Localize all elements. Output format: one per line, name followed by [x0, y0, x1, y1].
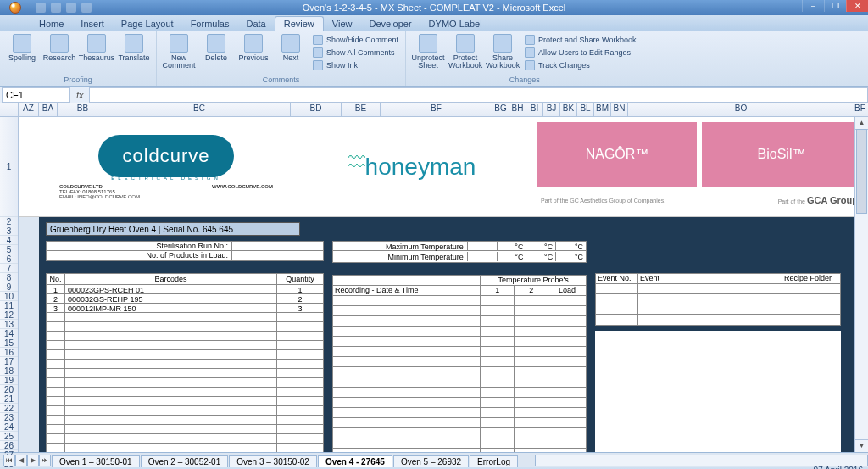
row-16[interactable]: 16: [0, 348, 18, 357]
nav-first[interactable]: ⏮: [3, 455, 15, 466]
row-19[interactable]: 19: [0, 376, 18, 385]
sheet-area[interactable]: coldcurve ELECTRICAL DESIGN COLDCURVE LT…: [19, 117, 868, 452]
row-3[interactable]: 3: [0, 226, 18, 236]
btn-protect-share[interactable]: Protect and Share Workbook: [523, 34, 637, 46]
btn-research[interactable]: Research: [42, 32, 76, 62]
tab-formulas[interactable]: Formulas: [182, 17, 238, 31]
select-all-corner[interactable]: [0, 103, 19, 116]
btn-share-workbook[interactable]: Share Workbook: [486, 32, 520, 70]
col-bh[interactable]: BH: [509, 103, 526, 116]
row-24[interactable]: 24: [0, 422, 18, 432]
row-18[interactable]: 18: [0, 366, 18, 376]
qat-undo[interactable]: [51, 3, 61, 13]
col-bg[interactable]: BG: [492, 103, 509, 116]
row-6[interactable]: 6: [0, 254, 18, 264]
col-az[interactable]: AZ: [19, 103, 39, 116]
row-21[interactable]: 21: [0, 394, 18, 404]
tab-dymo[interactable]: DYMO Label: [420, 17, 491, 31]
btn-next-comment[interactable]: Next: [274, 32, 308, 62]
tab-view[interactable]: View: [324, 17, 361, 31]
tab-data[interactable]: Data: [237, 17, 274, 31]
row-20[interactable]: 20: [0, 385, 18, 394]
row-15[interactable]: 15: [0, 338, 18, 348]
row-7[interactable]: 7: [0, 264, 18, 273]
btn-unprotect-sheet[interactable]: Unprotect Sheet: [411, 32, 445, 70]
tab-developer[interactable]: Developer: [360, 17, 420, 31]
maximize-button[interactable]: ❐: [824, 0, 846, 12]
col-bm[interactable]: BM: [594, 103, 611, 116]
group-changes: Unprotect Sheet Protect Workbook Share W…: [406, 31, 643, 86]
col-bj[interactable]: BJ: [543, 103, 560, 116]
tab-home[interactable]: Home: [31, 17, 72, 31]
row-13[interactable]: 13: [0, 320, 18, 329]
col-bl[interactable]: BL: [577, 103, 594, 116]
sheet-tab[interactable]: Oven 5 – 26932: [393, 455, 469, 467]
formula-input[interactable]: [89, 87, 868, 103]
row-22[interactable]: 22: [0, 404, 18, 413]
col-bc[interactable]: BC: [108, 103, 291, 116]
sheet-tab-active[interactable]: Oven 4 - 27645: [318, 455, 392, 467]
col-bd[interactable]: BD: [291, 103, 342, 116]
btn-prev-comment[interactable]: Previous: [236, 32, 270, 62]
row-11[interactable]: 11: [0, 301, 18, 310]
sheet-tab[interactable]: ErrorLog: [470, 455, 518, 467]
fx-label[interactable]: fx: [71, 90, 89, 100]
row-9[interactable]: 9: [0, 282, 18, 292]
btn-translate[interactable]: Translate: [117, 32, 151, 62]
nav-next[interactable]: ▶: [27, 455, 39, 466]
col-bn[interactable]: BN: [611, 103, 628, 116]
btn-new-comment[interactable]: New Comment: [162, 32, 196, 70]
qat-redo[interactable]: [66, 3, 76, 13]
sheet-tab[interactable]: Oven 3 – 30150-02: [229, 455, 317, 467]
row-23[interactable]: 23: [0, 413, 18, 422]
row-4[interactable]: 4: [0, 236, 18, 245]
close-button[interactable]: ✕: [846, 0, 868, 12]
btn-show-hide-comment[interactable]: Show/Hide Comment: [311, 34, 400, 46]
btn-allow-edit-ranges[interactable]: Allow Users to Edit Ranges: [523, 47, 637, 59]
row-1[interactable]: 1: [0, 117, 18, 217]
qat-save[interactable]: [36, 3, 46, 13]
biosil-logo: BioSil™: [702, 122, 861, 187]
products-label: No. of Products in Load:: [46, 251, 232, 261]
col-last[interactable]: BF: [854, 103, 868, 116]
btn-track-changes[interactable]: Track Changes: [523, 59, 637, 71]
col-bo[interactable]: BO: [628, 103, 854, 116]
row-17[interactable]: 17: [0, 357, 18, 366]
horizontal-scrollbar[interactable]: [535, 455, 868, 466]
tab-insert[interactable]: Insert: [72, 17, 113, 31]
office-button[interactable]: [0, 0, 31, 15]
col-ba[interactable]: BA: [39, 103, 58, 116]
col-bi[interactable]: BI: [526, 103, 543, 116]
col-be[interactable]: BE: [342, 103, 381, 116]
row-10[interactable]: 10: [0, 292, 18, 301]
tab-page-layout[interactable]: Page Layout: [113, 17, 182, 31]
row-14[interactable]: 14: [0, 329, 18, 338]
row-25[interactable]: 25: [0, 432, 18, 441]
sheet-tab[interactable]: Oven 2 – 30052-01: [141, 455, 229, 467]
vertical-scrollbar[interactable]: [854, 117, 868, 452]
row-12[interactable]: 12: [0, 310, 18, 320]
tab-review[interactable]: Review: [275, 16, 324, 31]
btn-show-ink[interactable]: Show Ink: [311, 59, 400, 71]
row-5[interactable]: 5: [0, 245, 18, 254]
sheet-tab[interactable]: Oven 1 – 30150-01: [52, 455, 140, 467]
row-26[interactable]: 26: [0, 441, 18, 450]
qat-more[interactable]: [81, 3, 92, 13]
btn-delete-comment[interactable]: Delete: [199, 32, 233, 62]
nav-prev[interactable]: ◀: [15, 455, 27, 466]
col-bf[interactable]: BF: [381, 103, 492, 116]
row-8[interactable]: 8: [0, 273, 18, 282]
products-value[interactable]: [232, 251, 324, 261]
row-2[interactable]: 2: [0, 217, 18, 226]
minimize-button[interactable]: –: [802, 0, 824, 12]
btn-show-all-comments[interactable]: Show All Comments: [311, 47, 400, 59]
nav-last[interactable]: ⏭: [39, 455, 51, 466]
btn-thesaurus[interactable]: Thesaurus: [80, 32, 114, 62]
btn-protect-workbook[interactable]: Protect Workbook: [448, 32, 482, 70]
col-bk[interactable]: BK: [560, 103, 577, 116]
sterilisation-value[interactable]: [232, 241, 324, 251]
scroll-thumb[interactable]: [856, 129, 867, 214]
name-box[interactable]: CF1: [2, 87, 70, 103]
col-bb[interactable]: BB: [58, 103, 108, 116]
btn-spelling[interactable]: Spelling: [5, 32, 39, 62]
